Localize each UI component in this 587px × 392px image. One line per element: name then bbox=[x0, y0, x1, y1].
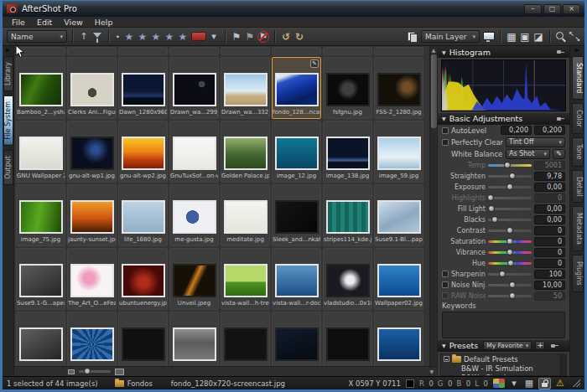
thumbnail-cell[interactable] bbox=[16, 312, 65, 366]
collapse-triangle-icon[interactable]: ▼ bbox=[442, 49, 446, 55]
thumbnail-cell[interactable]: Suse9.1-Bl...papers.jpg bbox=[374, 184, 423, 246]
menu-item-view[interactable]: View bbox=[58, 18, 89, 27]
contact-sheet-icon[interactable]: ▦ bbox=[523, 378, 535, 389]
thumbnail-cell[interactable]: image_59.jpg bbox=[374, 121, 423, 183]
resize-grip[interactable] bbox=[573, 379, 580, 387]
histogram-header[interactable]: ▼ Histogram bbox=[438, 46, 569, 58]
white-balance-combo[interactable]: As Shot ▾ bbox=[506, 149, 550, 159]
filter-icon[interactable] bbox=[91, 31, 103, 43]
collapse-triangle-icon[interactable]: ▼ bbox=[442, 116, 446, 121]
highlights-slider[interactable] bbox=[488, 197, 532, 199]
autolevel-value-2[interactable]: 0,200 bbox=[534, 126, 565, 135]
flag-checked-icon[interactable]: ⚑ bbox=[244, 31, 256, 43]
blacks-slider-handle[interactable] bbox=[491, 216, 498, 223]
thumbnail-cell[interactable]: Drawn_wa...332_.jpg bbox=[221, 57, 270, 119]
collapse-left-panel-icon[interactable]: ▶ bbox=[6, 47, 10, 54]
collapse-folder-icon[interactable] bbox=[444, 356, 449, 362]
sidebar-tab-file-system[interactable]: File System bbox=[3, 95, 13, 146]
thumbnail-cell[interactable]: jaunty-sunset.jpg bbox=[67, 184, 117, 246]
vibrance-value[interactable]: 0 bbox=[534, 248, 565, 257]
thumb-size-slider[interactable] bbox=[79, 370, 111, 373]
raw-noise-slider-handle[interactable] bbox=[509, 292, 516, 299]
hue-value[interactable]: 0 bbox=[534, 259, 565, 268]
contrast-slider-handle[interactable] bbox=[506, 227, 513, 234]
panel-tab-standard[interactable]: Standard bbox=[572, 56, 584, 100]
vibrance-slider[interactable] bbox=[488, 251, 532, 254]
warning-icon[interactable]: ⚠ bbox=[554, 378, 566, 389]
pan-fullscreen-icon[interactable] bbox=[569, 31, 580, 42]
keywords-input[interactable] bbox=[442, 312, 565, 338]
blacks-slider[interactable] bbox=[488, 219, 532, 221]
flag-rejected-icon[interactable]: ⚑ bbox=[257, 31, 269, 43]
thumbnail-cell[interactable]: me-gusta.jpg bbox=[169, 184, 219, 246]
thumbnail-cell[interactable]: vladstudio...0x1024.jpg bbox=[323, 248, 372, 310]
raw-noise-slider[interactable] bbox=[488, 295, 532, 297]
sharpening-checkbox[interactable] bbox=[442, 271, 449, 277]
view-thumbs-icon[interactable]: ▦ bbox=[506, 31, 517, 43]
sidebar-tab-output[interactable]: Output bbox=[3, 150, 13, 185]
straighten-slider-handle[interactable] bbox=[509, 173, 516, 179]
collapse-right-panel-icon[interactable]: ▶ bbox=[575, 47, 579, 54]
caret-down-icon[interactable]: ▾ bbox=[208, 31, 220, 43]
panel-tab-tone[interactable]: Tone bbox=[572, 137, 584, 166]
hue-slider-handle[interactable] bbox=[507, 260, 514, 266]
thumbnail-cell[interactable]: image_12.jpg bbox=[272, 121, 321, 183]
noise-ninja-checkbox[interactable] bbox=[442, 281, 449, 288]
view-single-icon[interactable]: ▣ bbox=[519, 31, 531, 43]
thumbnail-cell[interactable]: The_Art_O...eFear.jpg bbox=[67, 248, 117, 310]
rotate-right-icon[interactable]: ↻ bbox=[294, 31, 305, 43]
thumb-size-small-icon[interactable] bbox=[68, 369, 75, 374]
label-red-icon[interactable] bbox=[191, 32, 206, 41]
noise-ninja-value[interactable]: 10,00 bbox=[534, 281, 565, 290]
star-icon[interactable]: ★ bbox=[177, 31, 189, 43]
presets-scrollbar[interactable] bbox=[560, 354, 566, 375]
contrast-value[interactable]: 0 bbox=[534, 226, 565, 235]
slideshow-icon[interactable] bbox=[482, 31, 495, 42]
thumbnail-cell[interactable]: Suse9.1-G...apers.jpg bbox=[16, 248, 65, 310]
soft-proof-lock-icon[interactable] bbox=[538, 378, 551, 389]
perfectly-clear-checkbox[interactable] bbox=[442, 139, 449, 146]
view-split-icon[interactable]: ◪ bbox=[532, 31, 544, 43]
thumbnail-cell[interactable]: Bamboo_2...ysha.jpg bbox=[16, 57, 65, 119]
thumbnail-cell[interactable] bbox=[221, 47, 270, 55]
thumbnail-cell[interactable]: GNU Wallpaper 2.jpg bbox=[16, 121, 65, 183]
saturation-slider-handle[interactable] bbox=[506, 238, 513, 245]
autolevel-checkbox[interactable] bbox=[442, 127, 449, 134]
flag-icon[interactable]: ⚑ bbox=[231, 31, 242, 43]
thumbnail-cell[interactable]: vista-wall...r-dock.jpg bbox=[272, 248, 321, 310]
thumbnail-cell[interactable]: fsfgnu.jpg bbox=[323, 57, 372, 119]
thumbnail-cell[interactable] bbox=[169, 312, 219, 366]
thumbnail-cell[interactable] bbox=[118, 312, 168, 366]
presets-combo[interactable]: My Favorites ▾ bbox=[483, 341, 532, 350]
preset-item[interactable]: B&W - Simple bbox=[441, 374, 566, 376]
thumbnail-cell[interactable]: life_1680.jpg bbox=[118, 184, 168, 246]
sharpening-slider-handle[interactable] bbox=[499, 271, 506, 277]
hue-slider[interactable] bbox=[488, 262, 532, 265]
thumbnail-cell[interactable]: image_138.jpg bbox=[323, 121, 372, 183]
thumb-size-slider-handle[interactable] bbox=[84, 368, 91, 374]
thumbnail-cell[interactable] bbox=[221, 312, 270, 366]
close-button[interactable]: × bbox=[563, 4, 580, 14]
temp-slider-handle[interactable] bbox=[504, 162, 511, 168]
star-icon[interactable]: ★ bbox=[137, 31, 148, 43]
sidebar-tab-library[interactable]: Library bbox=[3, 56, 13, 91]
basic-adjustments-header[interactable]: ▼ Basic Adjustments bbox=[438, 113, 569, 125]
thumbnail-cell[interactable]: Dawn_1280x960.jpg bbox=[118, 57, 168, 119]
thumbnail-cell[interactable] bbox=[272, 312, 321, 366]
title-bar[interactable]: AfterShot Pro –▢× bbox=[3, 1, 584, 17]
panel-tab-plugins[interactable]: Plugins bbox=[572, 255, 584, 292]
thumbnail-cell[interactable] bbox=[374, 312, 423, 366]
thumbnail-cell[interactable]: FSS-2_1280.jpg bbox=[374, 57, 423, 119]
panel-tab-detail[interactable]: Detail bbox=[572, 170, 584, 204]
temp-slider[interactable] bbox=[488, 164, 532, 167]
straighten-value[interactable]: 9,78 bbox=[534, 172, 565, 181]
scrollbar-thumb[interactable] bbox=[431, 54, 437, 128]
pin-icon[interactable] bbox=[556, 48, 565, 56]
perfectly-clear-combo[interactable]: Tint Off ▾ bbox=[506, 137, 565, 147]
thumbnail-cell[interactable]: vista-wall...h-tree.jpg bbox=[221, 248, 270, 310]
scroll-up-icon[interactable]: ▲ bbox=[432, 46, 436, 54]
current-folder[interactable]: Fondos bbox=[127, 379, 153, 388]
layers-icon[interactable] bbox=[407, 31, 418, 42]
temp-value[interactable]: 5001 bbox=[534, 161, 565, 170]
thumbnail-cell[interactable]: Wallpaper02.jpg bbox=[374, 248, 423, 310]
